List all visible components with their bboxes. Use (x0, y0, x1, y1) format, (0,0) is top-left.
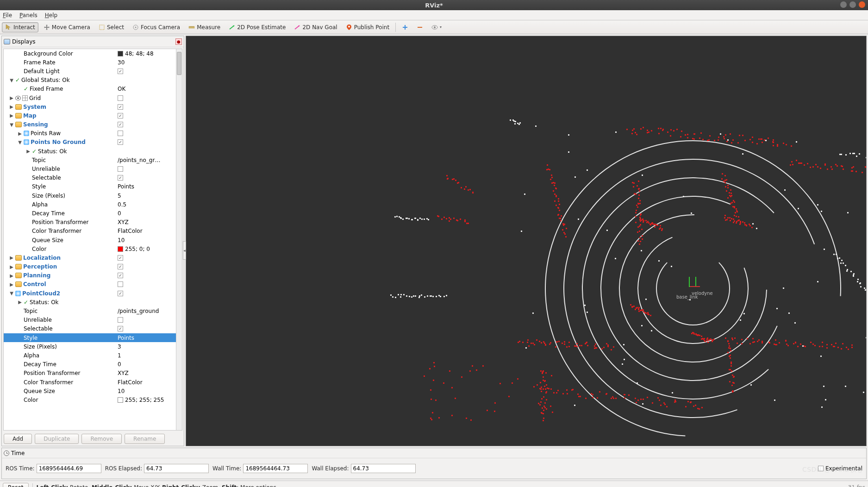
checkbox[interactable] (118, 281, 123, 287)
tree-row[interactable]: Color255; 0; 0 (4, 244, 182, 253)
add-button[interactable]: Add (4, 434, 32, 444)
checkbox[interactable] (118, 175, 123, 181)
tree-row[interactable]: Planning (4, 271, 182, 280)
checkbox[interactable] (118, 131, 123, 136)
rename-button[interactable]: Rename (125, 434, 165, 444)
tool-visibility[interactable]: ▾ (428, 22, 445, 32)
tree-row[interactable]: PointCloud2 (4, 289, 182, 298)
expand-arrow-icon[interactable] (18, 300, 22, 305)
checkbox[interactable] (118, 291, 123, 296)
checkbox[interactable] (118, 104, 123, 110)
checkbox[interactable] (118, 255, 123, 261)
tree-row[interactable]: Frame Rate30 (4, 58, 182, 67)
tree-row[interactable]: Topic/points_no_gr… (4, 156, 182, 164)
checkbox[interactable] (118, 69, 123, 74)
tree-row[interactable]: Background Color48; 48; 48 (4, 49, 182, 58)
expand-arrow-icon[interactable] (9, 273, 14, 278)
tool-plus[interactable] (399, 22, 412, 32)
checkbox[interactable] (118, 122, 123, 127)
tree-row[interactable]: Position TransformerXYZ (4, 218, 182, 227)
tree-row[interactable]: System (4, 102, 182, 111)
expand-arrow-icon[interactable] (9, 255, 14, 260)
tree-row[interactable]: Alpha1 (4, 351, 182, 360)
expand-arrow-icon[interactable] (9, 78, 14, 83)
tree-row[interactable]: Default Light (4, 67, 182, 75)
tree-row[interactable]: Decay Time0 (4, 209, 182, 218)
tree-row[interactable]: Decay Time0 (4, 360, 182, 369)
checkbox[interactable] (118, 317, 123, 323)
tree-row[interactable]: Unreliable (4, 164, 182, 173)
wall-elapsed-field[interactable] (351, 464, 416, 473)
tool-focus-camera[interactable]: Focus Camera (129, 22, 183, 32)
expand-arrow-icon[interactable] (9, 95, 14, 100)
remove-button[interactable]: Remove (81, 434, 122, 444)
expand-arrow-icon[interactable] (26, 149, 31, 154)
checkbox[interactable] (118, 326, 123, 331)
duplicate-button[interactable]: Duplicate (35, 434, 79, 444)
menu-panels[interactable]: Panels (19, 12, 37, 19)
panel-splitter-handle[interactable]: ◂ (183, 241, 186, 260)
menu-help[interactable]: Help (45, 12, 57, 19)
tree-row[interactable]: Map (4, 111, 182, 120)
tree-row[interactable]: StylePoints (4, 182, 182, 191)
tool-move-camera[interactable]: Move Camera (40, 22, 94, 32)
expand-arrow-icon[interactable] (9, 291, 14, 296)
tree-row[interactable]: Queue Size10 (4, 387, 182, 395)
maximize-button[interactable] (849, 1, 856, 8)
checkbox[interactable] (118, 95, 123, 101)
tree-row[interactable]: ✓Status: Ok (4, 298, 182, 306)
tree-row[interactable]: ✓Fixed FrameOK (4, 85, 182, 94)
tree-row[interactable]: Size (Pixels)3 (4, 342, 182, 351)
tree-row[interactable]: Color TransformerFlatColor (4, 378, 182, 387)
tree-row[interactable]: Perception (4, 262, 182, 271)
tool-interact[interactable]: Interact (2, 22, 38, 32)
tree-row[interactable]: Grid (4, 94, 182, 102)
expand-arrow-icon[interactable] (9, 264, 14, 269)
tree-row[interactable]: Position TransformerXYZ (4, 369, 182, 378)
tree-scrollbar[interactable] (176, 49, 182, 430)
tree-row[interactable]: Color255; 255; 255 (4, 395, 182, 404)
checkbox[interactable] (118, 113, 123, 119)
3d-viewport[interactable]: ◂ base_link velodyne (186, 36, 867, 446)
scrollbar-thumb[interactable] (177, 52, 181, 75)
checkbox[interactable] (118, 264, 123, 269)
tree-row[interactable]: Sensing (4, 120, 182, 129)
wall-time-field[interactable] (243, 464, 308, 473)
tree-row[interactable]: Alpha0.5 (4, 200, 182, 209)
tool-nav-goal[interactable]: 2D Nav Goal (291, 22, 340, 32)
tree-row[interactable]: Localization (4, 253, 182, 262)
tree-row[interactable]: Topic/points_ground (4, 306, 182, 315)
tree-row[interactable]: Unreliable (4, 316, 182, 325)
panel-close-button[interactable]: ● (175, 38, 182, 45)
tree-row[interactable]: ✓Global Status: Ok (4, 76, 182, 85)
tree-row[interactable]: Size (Pixels)5 (4, 191, 182, 200)
displays-tree[interactable]: Background Color48; 48; 48Frame Rate30De… (3, 49, 182, 431)
ros-time-field[interactable] (37, 464, 101, 473)
expand-arrow-icon[interactable] (18, 131, 22, 136)
minimize-button[interactable] (840, 1, 847, 8)
tree-row[interactable]: Control (4, 280, 182, 289)
menu-file[interactable]: File (3, 12, 12, 19)
expand-arrow-icon[interactable] (9, 113, 14, 118)
tree-row[interactable]: Selectable (4, 325, 182, 333)
checkbox[interactable] (118, 139, 123, 145)
tree-row[interactable]: Queue Size10 (4, 236, 182, 244)
tool-select[interactable]: Select (95, 22, 127, 32)
tree-row[interactable]: Color TransformerFlatColor (4, 227, 182, 236)
checkbox[interactable] (118, 166, 123, 172)
tool-pose-estimate[interactable]: 2D Pose Estimate (225, 22, 289, 32)
tool-measure[interactable]: Measure (185, 22, 224, 32)
reset-button[interactable]: Reset (3, 483, 29, 487)
tool-minus[interactable] (413, 22, 426, 32)
tree-row[interactable]: Points Raw (4, 129, 182, 138)
tool-publish-point[interactable]: Publish Point (343, 22, 393, 32)
tree-row[interactable]: StylePoints (4, 333, 182, 342)
expand-arrow-icon[interactable] (18, 140, 22, 145)
checkbox[interactable] (118, 273, 123, 278)
tree-row[interactable]: ✓Status: Ok (4, 147, 182, 156)
ros-elapsed-field[interactable] (144, 464, 209, 473)
expand-arrow-icon[interactable] (9, 104, 14, 109)
expand-arrow-icon[interactable] (9, 122, 14, 127)
close-button[interactable] (859, 1, 865, 8)
tree-row[interactable]: Points No Ground (4, 138, 182, 147)
